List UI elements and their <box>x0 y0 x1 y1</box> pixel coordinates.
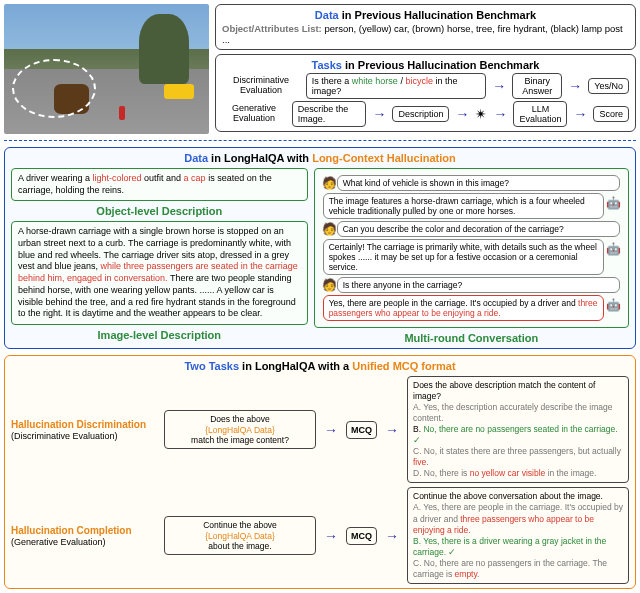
disc-q-pre: Is there a <box>312 76 352 86</box>
disc-task-main: Hallucination Discrimination <box>11 419 146 430</box>
obj-desc-pre: A driver wearing a <box>18 173 93 183</box>
sec2-columns: A driver wearing a light-colored outfit … <box>11 168 629 344</box>
completion-row: Hallucination Completion (Generative Eva… <box>11 487 629 583</box>
disc-q-b: bicycle <box>405 76 433 86</box>
obj-desc-r1: light-colored <box>93 173 142 183</box>
comp-out-q: Continue the above conversation about th… <box>413 491 623 502</box>
q1-text: What kind of vehicle is shown in this im… <box>343 178 509 188</box>
sec2-left-col: A driver wearing a light-colored outfit … <box>11 168 308 344</box>
arrow-icon: → <box>324 422 338 438</box>
q2-text: Can you describe the color and decoratio… <box>343 224 564 234</box>
disc-in-l1: Does the above <box>210 414 270 424</box>
arrow-icon: → <box>492 78 506 94</box>
comp-in-l3: about the image. <box>208 541 271 551</box>
comp-task-main: Hallucination Completion <box>11 525 132 536</box>
bot-a1: The image features a horse-drawn carriag… <box>323 193 604 219</box>
two-tasks-section: Two Tasks in LongHalQA with a Unified MC… <box>4 355 636 589</box>
mcq-badge: MCQ <box>346 527 377 545</box>
q3-text: Is there anyone in the carriage? <box>343 280 463 290</box>
disc-input-box: Does the above {LongHalQA Data} match th… <box>164 410 316 449</box>
user-q3: 🧑Is there anyone in the carriage? <box>337 277 620 293</box>
robot-icon: 🤖 <box>606 196 621 210</box>
comp-out-c-pre: C. No, there are no passengers in the ca… <box>413 558 607 579</box>
gen-question: Describe the Image. <box>292 101 367 127</box>
comp-task-sub: (Generative Evaluation) <box>11 537 106 547</box>
arrow-icon: → <box>324 528 338 544</box>
gen-eval-row: Generative Evaluation Describe the Image… <box>222 101 629 127</box>
disc-out-d-red: no yellow car visible <box>470 468 546 478</box>
gen-eval-label: Generative Evaluation <box>222 104 286 124</box>
disc-out-d-pre: D. No, there is <box>413 468 470 478</box>
disc-out-a: A. Yes, the description accurately descr… <box>413 402 623 424</box>
prev-data-title-bold: Data <box>315 9 339 21</box>
prev-tasks-title-bold: Tasks <box>312 59 342 71</box>
comp-output-box: Continue the above conversation about th… <box>407 487 629 583</box>
check-icon: ✓ <box>448 547 456 557</box>
user-icon: 🧑 <box>322 222 337 236</box>
comp-out-b: B. Yes, there is a driver wearing a gray… <box>413 536 623 558</box>
arrow-icon: → <box>455 106 469 122</box>
sec3-title-c: Unified MCQ format <box>352 360 455 372</box>
sec2-title: Data in LongHalQA with Long-Context Hall… <box>11 152 629 164</box>
disc-out-b-pre: B. <box>413 424 423 434</box>
disc-out-c-pre: C. No, it states there are three passeng… <box>413 446 621 456</box>
comp-out-c: C. No, there are no passengers in the ca… <box>413 558 623 580</box>
a1-text: The image features a horse-drawn carriag… <box>329 196 585 216</box>
mcq-badge: MCQ <box>346 421 377 439</box>
sec2-title-a: Data <box>184 152 208 164</box>
comp-out-c-post: . <box>477 569 479 579</box>
sec2-title-b: in LongHalQA with <box>208 152 312 164</box>
image-level-desc-box: A horse-drawn carriage with a single bro… <box>11 221 308 325</box>
arrow-icon: → <box>385 528 399 544</box>
disc-out-c-red: five <box>413 457 426 467</box>
prev-tasks-title: Tasks in Previous Hallucination Benchmar… <box>222 59 629 71</box>
disc-task-label: Hallucination Discrimination (Discrimina… <box>11 419 156 441</box>
prev-tasks-box: Tasks in Previous Hallucination Benchmar… <box>215 54 636 132</box>
arrow-icon: → <box>568 78 582 94</box>
hydrant-shape <box>119 106 125 120</box>
object-level-desc-label: Object-level Description <box>11 205 308 217</box>
bot-a2: Certainly! The carriage is primarily whi… <box>323 239 604 275</box>
comp-in-l1: Continue the above <box>203 520 277 530</box>
disc-q-a: white horse <box>352 76 398 86</box>
disc-out-b-body: No, there are no passengers seated in th… <box>423 424 617 434</box>
binary-answer-box: Binary Answer <box>512 73 562 99</box>
comp-task-label: Hallucination Completion (Generative Eva… <box>11 525 156 547</box>
object-level-desc-box: A driver wearing a light-colored outfit … <box>11 168 308 201</box>
comp-input-box: Continue the above {LongHalQA Data} abou… <box>164 516 316 555</box>
conversation-label: Multi-round Conversation <box>314 332 629 344</box>
check-icon: ✓ <box>413 435 421 445</box>
top-row: Data in Previous Hallucination Benchmark… <box>4 4 636 134</box>
robot-icon: 🤖 <box>606 242 621 256</box>
robot-icon: 🤖 <box>606 298 621 312</box>
disc-out-d: D. No, there is no yellow car visible in… <box>413 468 623 479</box>
disc-out-c-post: . <box>426 457 428 467</box>
arrow-icon: → <box>372 106 386 122</box>
disc-out-c: C. No, it states there are three passeng… <box>413 446 623 468</box>
comp-in-l2: {LongHalQA Data} <box>205 531 274 541</box>
sec3-title-a: Two Tasks <box>184 360 242 372</box>
carriage-photo <box>4 4 209 134</box>
sec3-title-b: in LongHalQA with a <box>242 360 352 372</box>
user-icon: 🧑 <box>322 176 337 190</box>
prev-tasks-title-rest: in Previous Hallucination Benchmark <box>342 59 539 71</box>
disc-eval-label: Discriminative Evaluation <box>222 76 300 96</box>
discrimination-row: Hallucination Discrimination (Discrimina… <box>11 376 629 483</box>
prev-data-box: Data in Previous Hallucination Benchmark… <box>215 4 636 50</box>
llm-eval-box: LLM Evaluation <box>513 101 567 127</box>
user-q2: 🧑Can you describe the color and decorati… <box>337 221 620 237</box>
yes-no-box: Yes/No <box>588 78 629 94</box>
prev-data-title: Data in Previous Hallucination Benchmark <box>222 9 629 21</box>
disc-in-l2: {LongHalQA Data} <box>205 425 274 435</box>
comp-out-a: A. Yes, there are people in the carriage… <box>413 502 623 535</box>
bot-a3: Yes, there are people in the carriage. I… <box>323 295 604 321</box>
obj-desc-r2: a cap <box>184 173 206 183</box>
arrow-icon: → <box>573 106 587 122</box>
disc-out-d-post: in the image. <box>545 468 596 478</box>
dashed-separator <box>4 140 636 141</box>
disc-out-q: Does the above description match the con… <box>413 380 623 402</box>
disc-task-sub: (Discriminative Evaluation) <box>11 431 118 441</box>
sec3-title: Two Tasks in LongHalQA with a Unified MC… <box>11 360 629 372</box>
longhalqa-data-section: Data in LongHalQA with Long-Context Hall… <box>4 147 636 349</box>
highlight-ellipse <box>12 59 96 118</box>
